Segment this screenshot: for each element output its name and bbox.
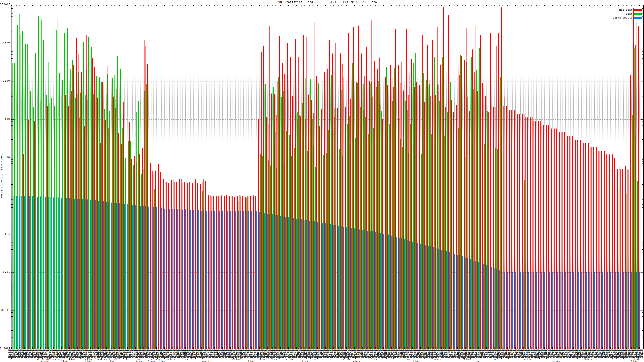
x-label-fragment: origin — [585, 358, 592, 361]
bar-not-spam — [609, 154, 610, 349]
legend-row-spam: Spam — [616, 12, 642, 16]
bar-not-spam — [538, 121, 539, 349]
bar-score — [31, 196, 31, 349]
bar-not-spam — [569, 136, 570, 349]
bar-not-spam — [204, 179, 204, 349]
bar-not-spam — [521, 114, 521, 349]
bar-not-spam — [535, 121, 536, 349]
x-label-fragment: origin — [202, 360, 209, 362]
y-tick-label: 0.1 — [0, 232, 10, 235]
bar-not-spam — [614, 158, 614, 349]
legend-swatch-not-spam — [633, 9, 642, 11]
bar-not-spam — [178, 183, 178, 349]
y-tick-label: 0.001 — [0, 309, 10, 312]
bar-score — [58, 198, 58, 349]
x-label-fragment: origin — [168, 358, 175, 361]
bar-not-spam — [584, 143, 584, 349]
bar-not-spam — [232, 196, 233, 349]
bar-not-spam — [468, 97, 468, 349]
x-label-fragment: 2 hops — [413, 360, 420, 362]
bar-not-spam — [205, 181, 206, 349]
bar-not-spam — [545, 125, 546, 349]
bar-not-spam — [588, 143, 589, 349]
bar-not-spam — [529, 117, 529, 349]
x-label-fragment: 5 hops — [123, 358, 130, 361]
bar-not-spam — [170, 184, 170, 349]
bar-not-spam — [361, 53, 362, 349]
bar-not-spam — [189, 182, 190, 349]
bar-score — [140, 206, 141, 349]
x-label-fragment: 1 hop — [182, 358, 188, 361]
x-label-fragment: net hop — [232, 358, 240, 361]
bar-not-spam — [187, 183, 188, 349]
y-axis-label: Message Count or Spam Score — [0, 130, 3, 222]
bar-not-spam — [532, 117, 532, 349]
bar-not-spam — [216, 196, 217, 349]
bar-not-spam — [231, 196, 232, 349]
legend-row-not-spam: Not Spam — [616, 8, 642, 12]
bar-not-spam — [210, 195, 210, 349]
bar-not-spam — [601, 151, 602, 349]
bar-not-spam — [236, 196, 236, 349]
bar-not-spam — [551, 128, 552, 349]
bar-not-spam — [619, 167, 620, 349]
bar-not-spam — [603, 151, 603, 349]
x-label-fragment: 1 — [109, 358, 110, 361]
bar-not-spam — [611, 154, 612, 349]
bar-not-spam — [537, 121, 537, 349]
x-label-fragment: 2 hops — [136, 360, 144, 362]
bar-not-spam — [628, 170, 629, 349]
bar-not-spam — [418, 70, 418, 349]
bar-not-spam — [624, 168, 624, 349]
x-label-fragment: origin — [343, 358, 350, 361]
bar-not-spam — [493, 107, 494, 349]
bar-not-spam — [508, 102, 508, 349]
legend-row-score: Score (0..1) — [616, 16, 642, 20]
bar-score — [60, 198, 60, 349]
x-label-fragment: 1 hop — [248, 360, 254, 362]
bar-not-spam — [234, 197, 235, 349]
legend-swatch-score — [633, 17, 642, 19]
bar-not-spam — [474, 72, 474, 349]
x-label-fragment: net — [314, 358, 318, 361]
bar-not-spam — [186, 183, 186, 349]
bar-not-spam — [606, 154, 606, 349]
bar-not-spam — [152, 171, 152, 349]
bar-not-spam — [173, 180, 174, 349]
x-label-fragment: 5 hops — [101, 358, 108, 361]
bar-score — [63, 198, 64, 349]
bar-not-spam — [213, 196, 214, 349]
legend: Not Spam Spam Score (0..1) — [616, 8, 642, 20]
bar-not-spam — [320, 126, 320, 349]
bar-not-spam — [397, 59, 397, 349]
bar-not-spam — [612, 154, 613, 349]
x-label-fragment: 2 hops — [371, 358, 378, 361]
bar-not-spam — [253, 195, 254, 349]
bar-not-spam — [256, 196, 257, 349]
x-label-fragment: 4 hops — [631, 360, 638, 362]
x-label-fragment: 1 hop — [473, 360, 480, 362]
bar-not-spam — [627, 169, 628, 349]
bar-not-spam — [163, 179, 164, 349]
bar-not-spam — [504, 96, 505, 349]
bar-score — [50, 197, 50, 349]
bar-score — [103, 201, 104, 349]
bar-not-spam — [157, 166, 158, 349]
bar-not-spam — [616, 170, 616, 349]
legend-label-not-spam: Not Spam — [619, 8, 632, 11]
bar-not-spam — [585, 143, 586, 349]
bar-not-spam — [247, 196, 248, 349]
bar-not-spam — [522, 114, 523, 349]
bar-not-spam — [162, 172, 162, 349]
bar-score — [126, 204, 126, 349]
bar-not-spam — [570, 136, 571, 349]
bar-not-spam — [518, 114, 518, 349]
bar-not-spam — [463, 79, 463, 349]
bar-not-spam — [519, 114, 520, 349]
bar-not-spam — [168, 183, 169, 349]
chart-title: RBL Statistics - Wed Jul 30 13:04:33 EDT… — [11, 0, 643, 3]
legend-swatch-spam — [633, 13, 642, 15]
bar-not-spam — [244, 195, 244, 349]
bar-not-spam — [556, 128, 557, 349]
bar-not-spam — [550, 128, 550, 349]
